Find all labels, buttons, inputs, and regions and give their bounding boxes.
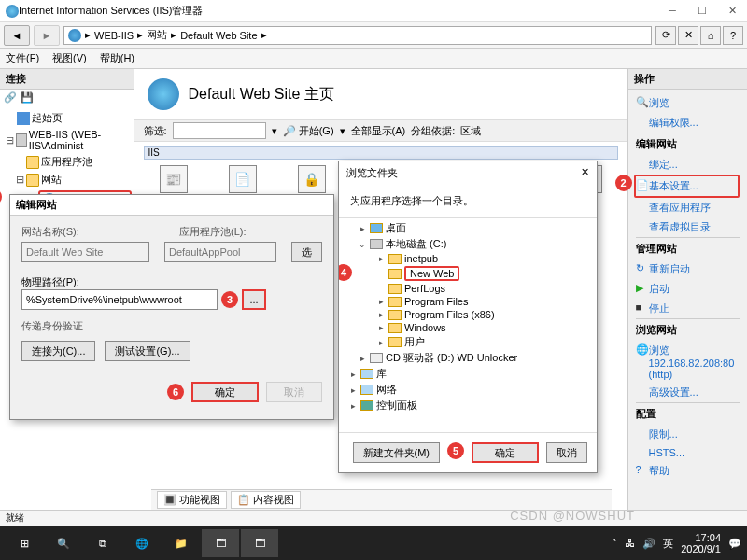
stop-nav-button[interactable]: ✕ bbox=[678, 26, 698, 45]
action-help[interactable]: ?帮助 bbox=[636, 461, 740, 481]
ft-users[interactable]: 用户 bbox=[404, 335, 425, 349]
home-button[interactable]: ⌂ bbox=[700, 26, 721, 45]
breadcrumb-icon bbox=[68, 29, 81, 42]
back-button[interactable]: ◄ bbox=[4, 25, 30, 46]
tray-date[interactable]: 2020/9/1 bbox=[681, 543, 721, 554]
badge-3: 3 bbox=[221, 291, 238, 308]
group-config: 配置 bbox=[636, 402, 740, 425]
connect-as-button[interactable]: 连接为(C)... bbox=[21, 341, 95, 361]
app-icon bbox=[6, 5, 19, 18]
task-other[interactable]: 🗔 bbox=[241, 529, 278, 557]
ft-windows[interactable]: Windows bbox=[404, 322, 446, 333]
tab-features-view[interactable]: 🔳功能视图 bbox=[157, 491, 227, 509]
ft-perflogs[interactable]: PerfLogs bbox=[404, 283, 445, 294]
ft-newweb[interactable]: New Web bbox=[404, 266, 459, 281]
new-folder-button[interactable]: 新建文件夹(M) bbox=[353, 442, 441, 463]
filter-label: 筛选: bbox=[144, 124, 167, 138]
edit-cancel-button[interactable]: 取消 bbox=[266, 382, 322, 402]
save-conn-icon[interactable]: 💾 bbox=[21, 91, 34, 104]
group-manage-site: 管理网站 bbox=[636, 237, 740, 259]
task-search[interactable]: 🔍 bbox=[45, 529, 82, 557]
edit-dialog-title: 编辑网站 bbox=[10, 195, 333, 216]
action-browse-url[interactable]: 🌐浏览 192.168.82.208:80 (http) bbox=[636, 341, 740, 383]
ft-libraries[interactable]: 库 bbox=[376, 367, 387, 381]
forward-button[interactable]: ► bbox=[34, 25, 60, 46]
tree-app-pools[interactable]: 应用程序池 bbox=[2, 153, 132, 171]
browse-ok-button[interactable]: 确定 bbox=[472, 442, 539, 463]
browse-close-button[interactable]: ✕ bbox=[581, 166, 589, 180]
system-tray[interactable]: ˄ 🖧 🔊 英 17:04 2020/9/1 💬 bbox=[612, 532, 741, 554]
start-button[interactable]: ⊞ bbox=[6, 529, 43, 557]
badge-6: 6 bbox=[167, 384, 184, 400]
action-limits[interactable]: 限制... bbox=[636, 425, 740, 444]
watermark: CSDN @NOWSHUT bbox=[510, 509, 635, 523]
breadcrumb-server[interactable]: WEB-IIS bbox=[94, 30, 134, 41]
action-restart[interactable]: ↻重新启动 bbox=[636, 259, 740, 279]
browse-cancel-button[interactable]: 取消 bbox=[546, 442, 587, 463]
ft-desktop[interactable]: 桌面 bbox=[386, 221, 406, 235]
select-pool-button[interactable]: 选 bbox=[291, 242, 322, 262]
menu-view[interactable]: 视图(V) bbox=[52, 51, 87, 65]
close-button[interactable]: ✕ bbox=[723, 5, 741, 17]
folder-tree[interactable]: ▸桌面 ⌄本地磁盘 (C:) ▸inetpub 4 New Web PerfLo… bbox=[339, 217, 597, 432]
tree-start-page[interactable]: 起始页 bbox=[2, 109, 132, 127]
tab-content-view[interactable]: 📋内容视图 bbox=[231, 491, 301, 509]
tree-server[interactable]: ⊟WEB-IIS (WEB-IIS\Administ bbox=[2, 127, 132, 153]
tray-notifications-icon[interactable]: 💬 bbox=[728, 538, 741, 550]
breadcrumb-site[interactable]: Default Web Site bbox=[180, 30, 257, 41]
nav-toolbar: ◄ ► ▸WEB-IIS ▸网站 ▸Default Web Site ▸ ⟳ ✕… bbox=[0, 22, 747, 49]
ft-cddrive[interactable]: CD 驱动器 (D:) WD Unlocker bbox=[386, 351, 517, 365]
tray-ime[interactable]: 英 bbox=[663, 537, 673, 551]
site-icon bbox=[148, 78, 179, 110]
action-view-vdirs[interactable]: 查看虚拟目录 bbox=[636, 217, 740, 237]
connections-header: 连接 bbox=[0, 69, 134, 90]
action-edit-permissions[interactable]: 编辑权限... bbox=[636, 113, 740, 133]
filter-bar: 筛选: ▾ 🔎 开始(G) ▾ 全部显示(A) 分组依据: 区域 bbox=[134, 119, 627, 142]
ft-network[interactable]: 网络 bbox=[376, 383, 397, 397]
test-settings-button[interactable]: 测试设置(G)... bbox=[105, 341, 190, 361]
refresh-button[interactable]: ⟳ bbox=[655, 26, 676, 45]
status-bar: 就绪 bbox=[0, 510, 747, 526]
go-button[interactable]: 🔎 开始(G) bbox=[283, 124, 334, 138]
ft-controlpanel[interactable]: 控制面板 bbox=[376, 399, 417, 413]
action-advanced[interactable]: 高级设置... bbox=[636, 383, 740, 402]
action-browse[interactable]: 🔍浏览 bbox=[636, 93, 740, 113]
tray-time[interactable]: 17:04 bbox=[681, 532, 721, 543]
tray-sound-icon[interactable]: 🔊 bbox=[642, 538, 655, 550]
action-stop[interactable]: ■停止 bbox=[636, 299, 740, 318]
actions-panel: 操作 🔍浏览 编辑权限... 编辑网站 绑定... 2 📄基本设置... 查看应… bbox=[627, 69, 747, 526]
action-bindings[interactable]: 绑定... bbox=[636, 155, 740, 175]
connect-icon[interactable]: 🔗 bbox=[4, 91, 17, 104]
groupby-select[interactable]: 区域 bbox=[460, 124, 481, 138]
minimize-button[interactable]: ─ bbox=[663, 5, 682, 17]
badge-1: 1 bbox=[0, 189, 2, 205]
task-explorer[interactable]: 📁 bbox=[162, 529, 200, 557]
tray-network-icon[interactable]: 🖧 bbox=[625, 538, 635, 549]
menu-file[interactable]: 文件(F) bbox=[6, 51, 39, 65]
task-ie[interactable]: 🌐 bbox=[123, 529, 161, 557]
page-title: Default Web Site 主页 bbox=[189, 85, 334, 105]
action-start[interactable]: ▶启动 bbox=[636, 279, 740, 299]
tree-sites[interactable]: ⊟网站 bbox=[2, 171, 132, 189]
tray-up-icon[interactable]: ˄ bbox=[612, 538, 617, 550]
physical-path-input[interactable] bbox=[21, 289, 218, 310]
badge-2: 2 bbox=[615, 175, 632, 191]
edit-ok-button[interactable]: 确定 bbox=[191, 382, 259, 402]
action-basic-settings[interactable]: 📄基本设置... bbox=[634, 175, 740, 198]
ft-inetpub[interactable]: inetpub bbox=[404, 253, 438, 264]
filter-input[interactable] bbox=[173, 122, 266, 139]
help-nav-button[interactable]: ? bbox=[723, 26, 743, 45]
breadcrumb-sites[interactable]: 网站 bbox=[147, 28, 167, 42]
task-view[interactable]: ⧉ bbox=[84, 529, 121, 557]
breadcrumb[interactable]: ▸WEB-IIS ▸网站 ▸Default Web Site ▸ bbox=[63, 26, 652, 45]
task-iis[interactable]: 🗔 bbox=[202, 529, 239, 557]
ft-programfiles[interactable]: Program Files bbox=[404, 296, 468, 307]
browse-path-button[interactable]: ... bbox=[242, 289, 266, 310]
menu-help[interactable]: 帮助(H) bbox=[100, 51, 134, 65]
showall-button[interactable]: 全部显示(A) bbox=[351, 124, 406, 138]
action-hsts[interactable]: HSTS... bbox=[636, 444, 740, 461]
ft-programfilesx86[interactable]: Program Files (x86) bbox=[404, 309, 495, 320]
action-view-apps[interactable]: 查看应用程序 bbox=[636, 198, 740, 217]
ft-localdisk[interactable]: 本地磁盘 (C:) bbox=[386, 237, 446, 251]
maximize-button[interactable]: ☐ bbox=[693, 5, 712, 17]
